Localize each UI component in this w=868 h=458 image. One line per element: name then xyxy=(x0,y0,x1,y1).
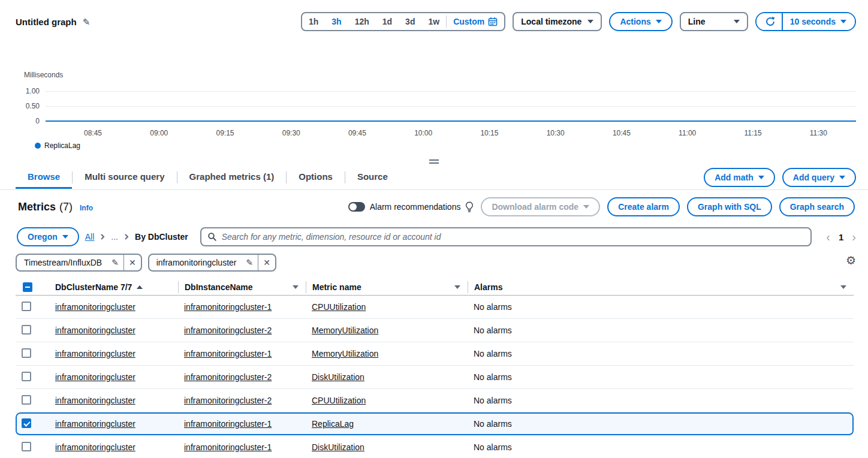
edit-filter-icon[interactable]: ✎ xyxy=(242,255,258,270)
instance-link[interactable]: inframonitoringcluster-1 xyxy=(184,302,272,312)
table-row[interactable]: inframonitoringcluster inframonitoringcl… xyxy=(16,436,854,458)
browse-bar: Oregon All ... By DbCluster ‹ 1 › xyxy=(0,222,868,250)
table-row[interactable]: inframonitoringcluster inframonitoringcl… xyxy=(16,389,854,412)
remove-filter-icon[interactable]: ✕ xyxy=(124,255,141,270)
row-checkbox[interactable] xyxy=(22,418,31,428)
instance-link[interactable]: inframonitoringcluster-2 xyxy=(184,372,272,382)
x-tick-label: 11:15 xyxy=(744,129,761,137)
tab-source[interactable]: Source xyxy=(345,165,400,189)
graph-title: Untitled graph xyxy=(16,17,77,27)
edit-filter-icon[interactable]: ✎ xyxy=(107,255,123,270)
cluster-link[interactable]: inframonitoringcluster xyxy=(55,396,135,405)
instance-link[interactable]: inframonitoringcluster-1 xyxy=(184,419,272,429)
metric-link[interactable]: ReplicaLag xyxy=(312,419,354,429)
region-label: Oregon xyxy=(28,232,58,242)
alarm-recommendations-toggle[interactable] xyxy=(348,202,365,212)
refresh-interval-select[interactable]: 10 seconds xyxy=(783,13,855,30)
tab-options[interactable]: Options xyxy=(287,165,345,189)
alarms-value: No alarms xyxy=(474,442,512,452)
table-row[interactable]: inframonitoringcluster inframonitoringcl… xyxy=(16,366,854,389)
breadcrumb-all-link[interactable]: All xyxy=(85,232,95,242)
previous-page-button[interactable]: ‹ xyxy=(826,231,830,243)
actions-label: Actions xyxy=(620,17,650,26)
tab-graphed-metrics[interactable]: Graphed metrics (1) xyxy=(177,165,287,189)
tab-multi-source-query[interactable]: Multi source query xyxy=(73,165,176,189)
metric-link[interactable]: MemoryUtilization xyxy=(312,349,378,358)
instance-link[interactable]: inframonitoringcluster-1 xyxy=(184,349,272,358)
legend-item-replicalag[interactable]: ReplicaLag xyxy=(35,141,80,150)
table-preferences-gear-icon[interactable]: ⚙ xyxy=(846,254,856,266)
breadcrumb-ellipsis-link[interactable]: ... xyxy=(111,232,118,242)
time-range-12h[interactable]: 12h xyxy=(348,14,376,29)
column-header-dbclustername[interactable]: DbClusterName 7/7 xyxy=(49,281,178,293)
metric-link[interactable]: DiskUtilization xyxy=(312,442,364,452)
x-tick-label: 10:00 xyxy=(414,129,432,137)
time-range-1h[interactable]: 1h xyxy=(302,14,325,29)
row-checkbox[interactable] xyxy=(22,442,31,451)
metric-link[interactable]: CPUUtilization xyxy=(312,302,366,312)
metrics-table: DbClusterName 7/7 DbInstanceName Metric … xyxy=(16,279,854,458)
table-row[interactable]: inframonitoringcluster inframonitoringcl… xyxy=(16,342,854,366)
row-checkbox[interactable] xyxy=(22,395,31,405)
instance-link[interactable]: inframonitoringcluster-2 xyxy=(184,396,272,405)
chevron-down-icon xyxy=(656,20,662,23)
download-alarm-code-button[interactable]: Download alarm code xyxy=(481,197,600,216)
cluster-link[interactable]: inframonitoringcluster xyxy=(55,326,135,335)
time-range-3h[interactable]: 3h xyxy=(325,14,348,29)
time-range-3d[interactable]: 3d xyxy=(399,14,421,29)
refresh-interval-label: 10 seconds xyxy=(790,17,836,26)
panel-resize-row xyxy=(0,156,868,165)
metric-search-input[interactable] xyxy=(222,232,805,242)
add-math-button[interactable]: Add math xyxy=(704,168,775,187)
chevron-down-icon xyxy=(734,20,740,23)
region-select[interactable]: Oregon xyxy=(17,227,79,246)
row-checkbox[interactable] xyxy=(22,302,31,311)
column-header-metric-name[interactable]: Metric name xyxy=(306,281,468,293)
row-checkbox[interactable] xyxy=(22,372,31,381)
time-range-custom[interactable]: Custom xyxy=(447,14,504,29)
row-checkbox[interactable] xyxy=(22,325,31,335)
x-tick-label: 09:30 xyxy=(282,129,300,137)
cluster-link[interactable]: inframonitoringcluster xyxy=(55,442,135,452)
remove-filter-icon[interactable]: ✕ xyxy=(258,255,275,270)
column-header-dbinstancename[interactable]: DbInstanceName xyxy=(178,281,306,293)
timezone-select[interactable]: Local timezone xyxy=(513,12,602,31)
x-tick-label: 10:45 xyxy=(613,129,631,137)
create-alarm-button[interactable]: Create alarm xyxy=(607,197,680,216)
x-tick-label: 09:45 xyxy=(348,129,366,137)
actions-button[interactable]: Actions xyxy=(609,12,672,31)
graph-search-button[interactable]: Graph search xyxy=(779,197,855,216)
time-range-1d[interactable]: 1d xyxy=(376,14,399,29)
row-checkbox[interactable] xyxy=(22,348,31,358)
resize-handle-icon[interactable] xyxy=(429,159,439,164)
edit-title-icon[interactable]: ✎ xyxy=(83,17,91,26)
graph-with-sql-button[interactable]: Graph with SQL xyxy=(687,197,772,216)
instance-link[interactable]: inframonitoringcluster-2 xyxy=(184,326,272,335)
x-tick-label: 08:45 xyxy=(84,129,102,137)
cluster-link[interactable]: inframonitoringcluster xyxy=(55,372,135,382)
column-label: Alarms xyxy=(474,282,502,292)
refresh-button[interactable] xyxy=(757,13,782,30)
table-row[interactable]: inframonitoringcluster inframonitoringcl… xyxy=(16,296,854,319)
metric-link[interactable]: DiskUtilization xyxy=(312,372,364,382)
time-range-1w[interactable]: 1w xyxy=(421,14,446,29)
metrics-count: (7) xyxy=(59,201,73,213)
table-row[interactable]: inframonitoringcluster inframonitoringcl… xyxy=(16,319,854,342)
metric-link[interactable]: CPUUtilization xyxy=(312,396,366,405)
add-query-button[interactable]: Add query xyxy=(782,168,856,187)
table-row-selected[interactable]: inframonitoringcluster inframonitoringcl… xyxy=(16,412,854,436)
cluster-link[interactable]: inframonitoringcluster xyxy=(55,419,135,429)
tab-browse[interactable]: Browse xyxy=(16,165,72,189)
sort-caret-icon xyxy=(454,285,460,289)
info-link[interactable]: Info xyxy=(80,204,93,212)
cluster-link[interactable]: inframonitoringcluster xyxy=(55,349,135,358)
column-header-alarms[interactable]: Alarms xyxy=(468,281,854,293)
next-page-button[interactable]: › xyxy=(852,231,856,243)
sort-caret-icon xyxy=(293,285,299,289)
select-all-checkbox[interactable] xyxy=(23,282,32,292)
metric-link[interactable]: MemoryUtilization xyxy=(312,326,378,335)
instance-link[interactable]: inframonitoringcluster-1 xyxy=(184,442,272,452)
cluster-link[interactable]: inframonitoringcluster xyxy=(55,302,135,312)
chart-type-select[interactable]: Line xyxy=(680,12,748,31)
filter-tag-namespace: Timestream/InfluxDB ✎ ✕ xyxy=(16,254,142,272)
